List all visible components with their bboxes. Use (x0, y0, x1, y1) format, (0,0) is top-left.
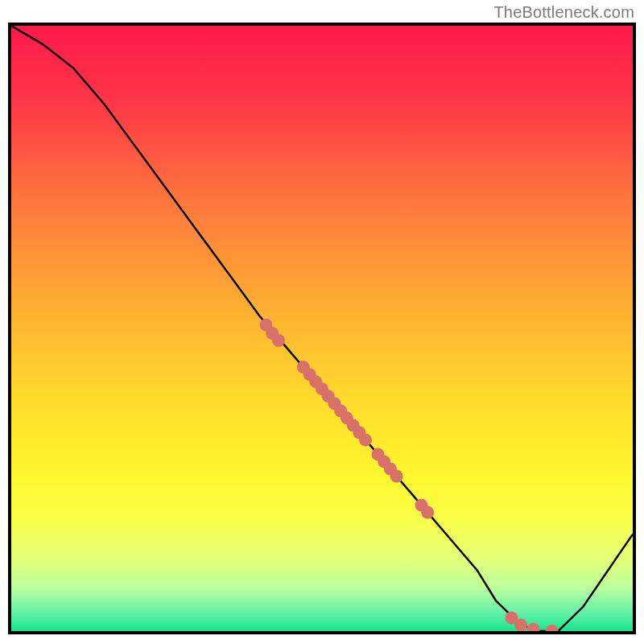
chart-svg-layer (11, 26, 633, 631)
scatter-point (527, 623, 540, 631)
scatter-markers (260, 319, 559, 632)
scatter-point (390, 470, 403, 483)
scatter-point (514, 619, 527, 632)
scatter-point (421, 506, 434, 519)
attribution-text: TheBottleneck.com (493, 3, 634, 22)
bottleneck-curve (11, 26, 633, 631)
scatter-point (359, 433, 372, 446)
scatter-point (546, 625, 559, 631)
scatter-point (272, 334, 285, 347)
chart-frame (8, 23, 636, 634)
